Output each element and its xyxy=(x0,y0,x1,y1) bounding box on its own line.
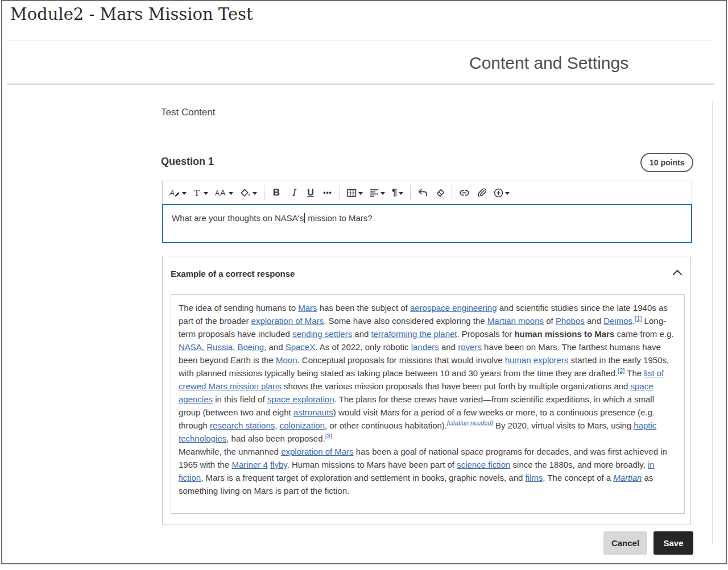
caret-down-icon xyxy=(358,192,363,195)
text-run: Meanwhile, the unmanned xyxy=(179,447,281,456)
text-run: By 2020, virtual visits to Mars, using xyxy=(493,421,634,430)
inline-link[interactable]: human explorers xyxy=(505,355,569,365)
paragraph-button[interactable]: ¶ xyxy=(388,184,407,201)
inline-link[interactable]: [citation needed] xyxy=(447,419,493,426)
editor-toolbar: ATAABIU•••¶ xyxy=(162,181,692,204)
text-run: , xyxy=(275,421,279,430)
inline-link[interactable]: flyby xyxy=(270,460,287,469)
text-style-button[interactable]: T xyxy=(190,184,212,201)
inline-link[interactable]: research stations xyxy=(210,421,275,430)
italic-button[interactable]: I xyxy=(285,184,302,201)
text-run: since the 1880s, and more broadly, xyxy=(510,460,648,469)
inline-link[interactable]: rovers xyxy=(458,342,482,352)
text-style-icon: T xyxy=(193,188,202,198)
underline-icon: U xyxy=(307,188,314,198)
fill-color-icon xyxy=(240,188,251,198)
insert-icon xyxy=(494,188,503,198)
collapse-section-button[interactable] xyxy=(671,268,684,278)
inline-link[interactable]: Phobos xyxy=(556,316,585,326)
undo-button[interactable] xyxy=(414,184,431,201)
inline-link[interactable]: Martian moons xyxy=(487,316,544,326)
inline-link[interactable]: colonization xyxy=(280,421,325,430)
inline-link[interactable]: sending settlers xyxy=(292,329,352,339)
header-divider-top xyxy=(7,40,714,40)
text-color-button[interactable]: A xyxy=(166,184,190,201)
text-run: , Mars is a frequent target of explorati… xyxy=(201,473,525,482)
inline-link[interactable]: NASA xyxy=(179,342,202,352)
more-options-button[interactable]: ••• xyxy=(319,184,336,201)
font-size-button[interactable]: AA xyxy=(212,184,237,201)
fill-color-button[interactable] xyxy=(237,184,260,201)
text-run: . Some have also considered exploring th… xyxy=(324,316,487,326)
inline-link[interactable]: Martian xyxy=(613,473,642,482)
inline-link[interactable]: films xyxy=(526,473,543,482)
inline-link[interactable]: terraforming the planet xyxy=(371,329,457,339)
inline-link[interactable]: SpaceX xyxy=(286,342,316,352)
inline-link[interactable]: space exploration xyxy=(267,394,334,404)
inline-link[interactable]: Boeing xyxy=(237,342,264,352)
inline-link[interactable]: astronauts xyxy=(293,407,333,417)
text-cursor xyxy=(304,213,305,223)
font-size-icon: AA xyxy=(215,188,227,198)
eraser-button[interactable] xyxy=(431,184,448,201)
inline-link[interactable]: [3] xyxy=(325,432,332,439)
inline-link[interactable]: exploration of Mars xyxy=(281,447,354,456)
toolbar-separator xyxy=(410,185,411,200)
inline-link[interactable]: Moon xyxy=(276,355,297,365)
paragraph-icon: ¶ xyxy=(392,187,397,198)
caret-down-icon xyxy=(182,192,187,195)
inline-link[interactable]: Deimos xyxy=(603,316,632,326)
table-button[interactable] xyxy=(344,184,366,201)
text-run: , or other continuous habitation). xyxy=(325,421,447,430)
text-run: in this field of xyxy=(213,394,267,404)
cancel-button[interactable]: Cancel xyxy=(603,531,647,555)
align-button[interactable] xyxy=(366,184,388,201)
bold-icon: B xyxy=(273,187,280,198)
link-icon xyxy=(459,189,470,197)
text-run: , had also been proposed. xyxy=(226,434,325,443)
save-button[interactable]: Save xyxy=(653,531,693,555)
question-heading: Question 1 xyxy=(161,156,214,168)
text-run: came from e.g. xyxy=(614,329,673,339)
caret-down-icon xyxy=(380,192,385,195)
underline-button[interactable]: U xyxy=(302,184,319,201)
inline-link[interactable]: Mariner 4 xyxy=(231,460,267,469)
text-run: The idea of sending humans to xyxy=(179,303,298,313)
text-run: human missions to Mars xyxy=(514,329,614,339)
app-window: Module2 - Mars Mission Test Content and … xyxy=(1,0,727,564)
inline-link[interactable]: Russia xyxy=(206,342,233,352)
insert-content-button[interactable] xyxy=(490,184,513,201)
test-content-label: Test Content xyxy=(161,107,215,118)
example-response-section: Example of a correct response The idea o… xyxy=(162,256,691,525)
inline-link[interactable]: landers xyxy=(411,342,439,352)
text-run: and xyxy=(439,342,458,352)
question-text-after-cursor: mission to Mars? xyxy=(305,213,373,223)
inline-link[interactable]: Mars xyxy=(298,303,317,313)
example-response-text[interactable]: The idea of sending humans to Mars has b… xyxy=(171,294,685,514)
content-right-divider xyxy=(712,101,713,544)
link-button[interactable] xyxy=(456,184,473,201)
table-icon xyxy=(347,189,357,197)
toolbar-separator xyxy=(264,185,264,200)
inline-link[interactable]: aerospace engineering xyxy=(410,303,497,313)
text-run: has been the subject of xyxy=(317,303,410,313)
inline-link[interactable]: exploration of Mars xyxy=(251,316,324,326)
caret-down-icon xyxy=(229,192,233,195)
text-run: . As of 2022, only robotic xyxy=(315,342,411,352)
attachment-button[interactable] xyxy=(473,184,490,201)
inline-link[interactable]: [1] xyxy=(635,315,642,322)
points-badge[interactable]: 10 points xyxy=(640,153,693,172)
text-run: , xyxy=(202,342,206,352)
text-run: of xyxy=(544,316,556,326)
inline-link[interactable]: science fiction xyxy=(457,460,510,469)
svg-text:T: T xyxy=(194,188,200,198)
undo-icon xyxy=(418,189,428,197)
toolbar-separator xyxy=(340,185,340,200)
header-divider-bottom xyxy=(7,84,714,85)
bold-button[interactable]: B xyxy=(268,184,285,201)
question-text-input[interactable]: What are your thoughts on NASA's mission… xyxy=(162,204,692,243)
question-text-before-cursor: What are your thoughts on NASA's xyxy=(172,213,304,223)
chevron-up-icon xyxy=(672,269,682,277)
svg-text:A: A xyxy=(215,189,220,197)
inline-link[interactable]: [2] xyxy=(618,367,624,374)
